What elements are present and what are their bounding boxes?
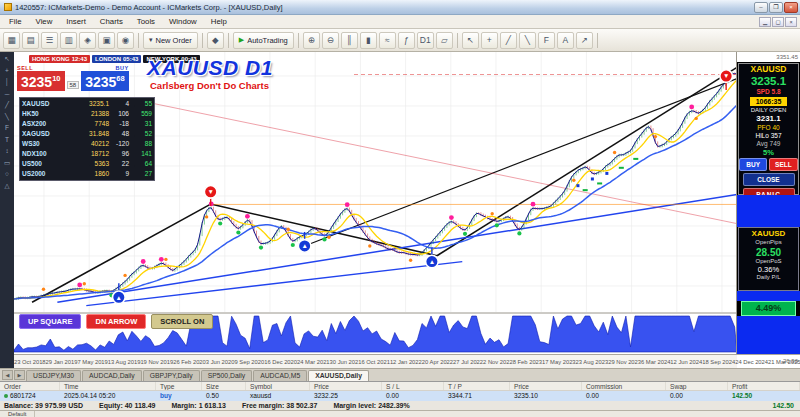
new-chart-icon[interactable]: ▦ (3, 32, 20, 49)
rectangle-icon[interactable]: ▭ (4, 159, 10, 166)
chart-tab-audcad-m5[interactable]: AUDCAD,M5 (253, 370, 307, 381)
spread-points: 5.8 (772, 88, 781, 95)
chart-tab-usdjpy-m30[interactable]: USDJPY,M30 (26, 370, 81, 381)
zoom-out-icon[interactable]: ⊖ (322, 32, 339, 49)
chart-area[interactable]: ▼▼▲▲▲ HONG KONG12:43LONDON05:43NEW YORK0… (14, 52, 737, 368)
text-icon[interactable]: A (557, 32, 574, 49)
tab-scroll-right[interactable]: ▶ (14, 370, 25, 380)
navigator-icon[interactable]: ◈ (79, 32, 96, 49)
arrows-icon[interactable]: ↗ (576, 32, 593, 49)
panel-close-button[interactable]: CLOSE (743, 173, 795, 186)
text-icon[interactable]: T (5, 136, 9, 143)
candlestick-icon[interactable]: ▮ (360, 32, 377, 49)
open-pips-label: OpenPips (755, 239, 781, 247)
trendline-0[interactable] (32, 204, 211, 302)
signal-dot (327, 236, 330, 239)
line-chart-icon[interactable]: ≈ (379, 32, 396, 49)
chart-tab-audcad-daily[interactable]: AUDCAD,Daily (82, 370, 142, 381)
child-minimize-button[interactable]: ▁ (759, 17, 771, 27)
trendline-7[interactable] (151, 103, 737, 224)
panel-buy-button[interactable]: BUY (739, 158, 767, 171)
open-position-row[interactable]: 68017242025.04.14 05:20buy0.50xauusd3232… (0, 391, 800, 401)
signal-dot (205, 215, 208, 218)
indicators-icon[interactable]: ƒ (398, 32, 415, 49)
trendline-icon[interactable]: ╱ (500, 32, 517, 49)
avg-label: Avg (757, 140, 768, 147)
scroll-on-button[interactable]: SCROLL ON (151, 314, 213, 329)
profiles-icon[interactable]: ▤ (22, 32, 39, 49)
sell-price-button[interactable]: 323510 (17, 71, 65, 91)
buy-dot (517, 231, 521, 235)
chart-tab-gbpjpy-daily[interactable]: GBPJPY,Daily (143, 370, 200, 381)
channel-icon[interactable]: ╲ (519, 32, 536, 49)
channel-icon[interactable]: ╲ (5, 113, 9, 120)
dn-arrow-button[interactable]: DN ARROW (86, 314, 146, 329)
percent-cell: 88 (132, 139, 152, 149)
time-axis-label: 24 Mar 2021 (297, 359, 330, 365)
trendline-icon[interactable]: ╱ (5, 101, 9, 108)
strategy-tester-icon[interactable]: ◉ (117, 32, 134, 49)
column-price: Price (510, 382, 582, 390)
tab-scroll-left[interactable]: ◀ (2, 370, 13, 380)
templates-icon[interactable]: ▱ (436, 32, 453, 49)
up-square-button[interactable]: UP SQUARE (19, 314, 81, 329)
minimize-button[interactable]: – (754, 2, 768, 13)
buy-price-button[interactable]: 323568 (81, 71, 129, 91)
signal-dot (613, 151, 616, 154)
menu-bar: FileViewInsertChartsToolsWindowHelp ▁▢× (0, 15, 800, 29)
menu-view[interactable]: View (29, 16, 60, 27)
down-arrow-icon: ▼ (207, 188, 213, 195)
maximize-button[interactable]: ❐ (769, 2, 783, 13)
clock-city: HONG KONG (32, 56, 70, 62)
sell-dot (345, 202, 350, 207)
menu-tools[interactable]: Tools (130, 16, 162, 27)
crosshair-icon[interactable]: + (481, 32, 498, 49)
bar-chart-icon[interactable]: ║ (341, 32, 358, 49)
child-restore-button[interactable]: ▢ (772, 17, 784, 27)
market-watch-icon[interactable]: ☰ (41, 32, 58, 49)
menu-help[interactable]: Help (204, 16, 234, 27)
arrow-tool-icon[interactable]: ↕ (5, 147, 8, 154)
workspace: ↖+│─╱╲FT↕▭○△ ▼▼▲▲▲ HONG KONG12:43LONDON0… (0, 52, 800, 368)
new-order-button[interactable]: ▾New Order (143, 32, 198, 49)
avg-value: 749 (770, 140, 781, 147)
toolbar-separator (298, 33, 299, 48)
time-axis-label: 18 Sep 2024 (702, 359, 735, 365)
profile-indicator[interactable]: Default (0, 411, 35, 417)
zoom-in-icon[interactable]: ⊕ (303, 32, 320, 49)
column-symbol: Symbol (246, 382, 310, 390)
menu-charts[interactable]: Charts (93, 16, 130, 27)
menu-insert[interactable]: Insert (59, 16, 93, 27)
triangle-icon[interactable]: △ (5, 182, 10, 189)
toolbar-separator (202, 33, 203, 48)
timeframe-d1-button[interactable]: D1 (417, 32, 434, 49)
menu-file[interactable]: File (2, 16, 29, 27)
autotrading-button[interactable]: ▶AutoTrading (233, 32, 294, 49)
cursor-icon[interactable]: ↖ (462, 32, 479, 49)
child-close-button[interactable]: × (785, 17, 797, 27)
signal-dot (654, 135, 657, 138)
chart-tab-sp500-daily[interactable]: SP500,Daily (201, 370, 252, 381)
terminal-icon[interactable]: ▣ (98, 32, 115, 49)
close-button[interactable]: × (784, 2, 798, 13)
vertical-line-icon[interactable]: │ (5, 78, 9, 85)
menu-window[interactable]: Window (162, 16, 204, 27)
autotrading-button-icon: ▶ (239, 36, 244, 44)
fibonacci-icon[interactable]: F (538, 32, 555, 49)
data-window-icon[interactable]: ▥ (60, 32, 77, 49)
chart-tab-xauusd-daily[interactable]: XAUUSD,Daily (308, 370, 369, 381)
crosshair-icon[interactable]: + (5, 67, 9, 74)
ellipse-icon[interactable]: ○ (5, 170, 9, 177)
metaeditor-icon[interactable]: ◆ (207, 32, 224, 49)
order-status-icon (4, 394, 8, 398)
chart-tab-bar: ◀▶USDJPY,M30AUDCAD,DailyGBPJPY,DailySP50… (0, 368, 800, 381)
green-dash-marker (597, 182, 602, 184)
horizontal-line-icon[interactable]: ─ (5, 90, 10, 97)
order-id: 6801724 (0, 391, 60, 401)
fibonacci-icon[interactable]: F (5, 124, 9, 131)
pointer-icon[interactable]: ↖ (4, 55, 9, 62)
panel-sell-button[interactable]: SELL (769, 158, 798, 171)
blue-square-marker (576, 184, 579, 187)
symbol-cell: XAUUSD (22, 99, 72, 109)
column-time: Time (60, 382, 156, 390)
